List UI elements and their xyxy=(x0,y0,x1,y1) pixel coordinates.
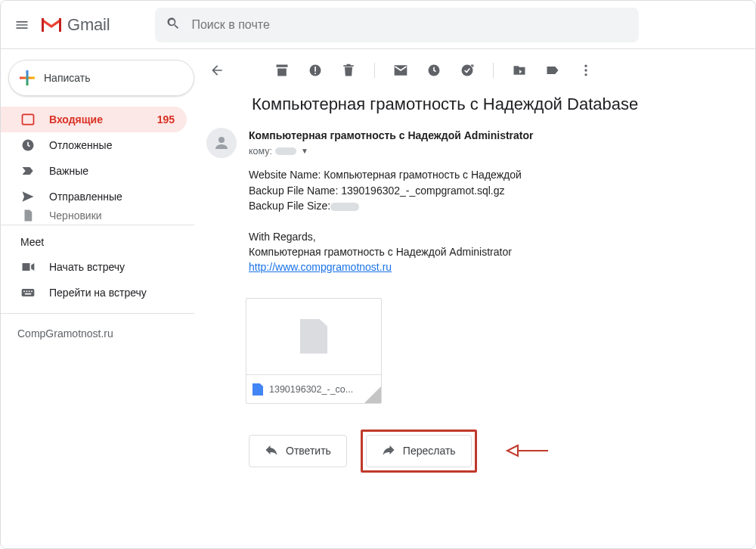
reply-icon xyxy=(265,443,278,459)
svg-point-14 xyxy=(584,69,587,71)
svg-rect-7 xyxy=(25,293,31,295)
inbox-icon xyxy=(20,112,36,127)
svg-rect-0 xyxy=(23,114,34,124)
add-task-icon[interactable] xyxy=(460,63,475,78)
sidebar-item-label: Начать встречу xyxy=(49,261,125,273)
sidebar: Написать Входящие 195 Отложенные Важные xyxy=(1,49,194,548)
sender-name: Компьютерная грамотность с Надеждой Admi… xyxy=(249,128,534,143)
recipient-line[interactable]: кому: ▼ xyxy=(249,144,534,158)
file-icon xyxy=(300,319,327,354)
attachment-filename: 1390196302_-_co... xyxy=(269,384,353,395)
sidebar-item-label: Отправленные xyxy=(49,191,122,203)
svg-rect-2 xyxy=(22,289,35,296)
message-toolbar xyxy=(203,60,755,85)
inbox-count: 195 xyxy=(157,113,175,126)
svg-point-13 xyxy=(584,65,587,67)
svg-rect-4 xyxy=(26,291,28,293)
archive-icon[interactable] xyxy=(274,63,290,78)
sidebar-item-snoozed[interactable]: Отложенные xyxy=(1,132,187,158)
search-icon xyxy=(166,16,181,33)
more-icon[interactable] xyxy=(578,63,593,78)
send-icon xyxy=(20,189,36,204)
compose-button[interactable]: Написать xyxy=(8,60,194,96)
svg-rect-9 xyxy=(314,67,316,72)
search-input[interactable] xyxy=(191,18,628,32)
annotation-arrow-icon xyxy=(504,442,550,459)
attachment-preview xyxy=(246,299,381,374)
sidebar-item-important[interactable]: Важные xyxy=(1,158,187,184)
mark-unread-icon[interactable] xyxy=(393,63,408,78)
message-pane: Компьютерная грамотность с Надеждой Data… xyxy=(194,49,755,548)
svg-rect-6 xyxy=(31,291,33,293)
meet-section-heading: Meet xyxy=(1,225,194,254)
sidebar-item-label: Черновики xyxy=(49,209,102,222)
svg-point-12 xyxy=(462,65,473,76)
label-important-icon xyxy=(20,163,36,178)
draft-icon xyxy=(20,209,36,222)
redacted-value xyxy=(330,203,359,211)
sidebar-item-label: Перейти на встречу xyxy=(49,287,147,299)
toolbar-separator xyxy=(374,63,375,78)
spam-icon[interactable] xyxy=(308,63,323,78)
chevron-down-icon[interactable]: ▼ xyxy=(301,146,308,157)
gmail-logo-text: Gmail xyxy=(67,15,110,35)
hangout-contact[interactable]: CompGramotnost.ru xyxy=(1,313,194,340)
label-icon[interactable] xyxy=(545,63,560,78)
meet-join[interactable]: Перейти на встречу xyxy=(1,280,187,306)
svg-point-16 xyxy=(218,137,225,143)
sidebar-item-label: Важные xyxy=(49,165,88,177)
svg-rect-3 xyxy=(23,291,25,293)
plus-icon xyxy=(20,70,35,85)
snooze-icon[interactable] xyxy=(426,63,442,78)
app-header: Gmail xyxy=(1,1,755,49)
signature-link[interactable]: http://www.compgramotnost.ru xyxy=(249,261,392,273)
compose-label: Написать xyxy=(44,72,90,84)
fold-corner-icon xyxy=(364,386,381,403)
annotation-highlight: Переслать xyxy=(361,430,477,473)
search-bar[interactable] xyxy=(155,8,639,42)
sidebar-item-drafts[interactable]: Черновики xyxy=(1,209,187,222)
delete-icon[interactable] xyxy=(341,63,356,78)
attachment-card[interactable]: 1390196302_-_co... xyxy=(246,298,382,404)
main-menu-button[interactable] xyxy=(7,10,37,40)
message-body: Website Name: Компьютерная грамотность с… xyxy=(249,167,534,274)
sidebar-item-label: Входящие xyxy=(49,113,103,126)
sidebar-item-inbox[interactable]: Входящие 195 xyxy=(1,107,187,132)
move-icon[interactable] xyxy=(512,63,527,78)
reply-button[interactable]: Ответить xyxy=(249,435,347,467)
message-actions: Ответить Переслать xyxy=(249,430,755,473)
video-icon xyxy=(20,259,36,274)
sidebar-item-label: Отложенные xyxy=(49,139,112,151)
svg-rect-5 xyxy=(29,291,30,293)
file-type-icon xyxy=(253,383,263,395)
recipient-redacted xyxy=(275,147,296,155)
sender-avatar[interactable] xyxy=(206,128,237,158)
svg-point-15 xyxy=(584,73,587,76)
forward-button[interactable]: Переслать xyxy=(366,435,472,467)
toolbar-separator xyxy=(493,63,494,78)
back-icon[interactable] xyxy=(209,63,225,78)
gmail-logo[interactable]: Gmail xyxy=(40,15,110,35)
keyboard-icon xyxy=(20,285,36,300)
svg-rect-10 xyxy=(314,73,316,74)
forward-icon xyxy=(382,443,395,459)
sidebar-item-sent[interactable]: Отправленные xyxy=(1,184,187,209)
message-subject: Компьютерная грамотность с Надеждой Data… xyxy=(203,85,755,128)
meet-start[interactable]: Начать встречу xyxy=(1,254,187,280)
clock-icon xyxy=(20,138,36,153)
